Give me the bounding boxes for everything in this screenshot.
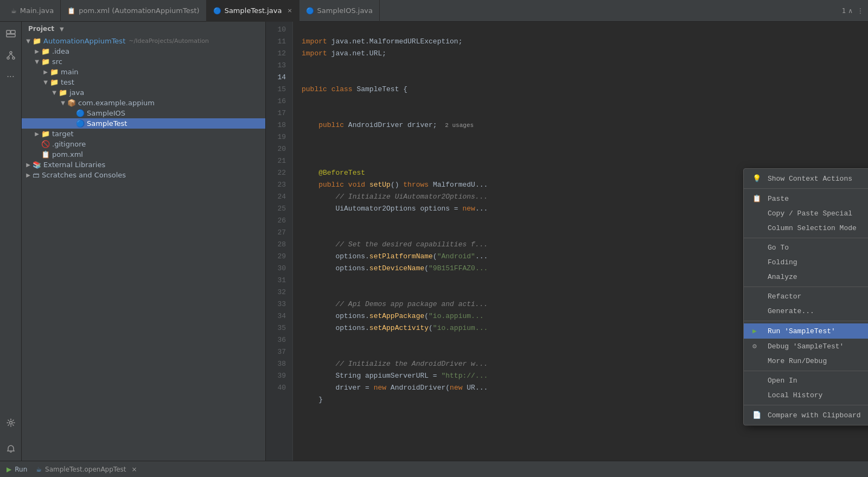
menu-label: Column Selection Mode [768,224,868,232]
tree-arrow: ▼ [41,79,50,85]
project-sidebar: Project ▼ ▼ 📁 AutomationAppiumTest ~/Ide… [22,22,266,461]
tree-item-scratches[interactable]: ▶ 🗃 Scratches and Consoles [22,170,265,180]
menu-label: Run 'SampleTest' [768,327,868,335]
menu-item-show-context[interactable]: 💡 Show Context Actions ⌥⏎ [744,171,868,186]
menu-separator [744,321,868,321]
tab-label: SampleIOS.java [317,7,373,15]
test-icon: ☕ [36,466,42,473]
tab-sample-ios[interactable]: 🔵 SampleIOS.java [299,0,380,22]
menu-label: Refactor [768,292,868,301]
menu-item-generate[interactable]: Generate... ⌘N [744,304,868,319]
menu-item-open-in[interactable]: Open In ▶ [744,373,868,388]
run-tab-label: Run [15,466,27,473]
tree-item-sample-test[interactable]: 🔵 SampleTest [22,118,265,129]
project-icon[interactable] [3,26,18,41]
menu-item-compare-clipboard[interactable]: 📄 Compare with Clipboard [744,408,868,423]
menu-label: Analyze [768,273,868,281]
menu-item-column-selection[interactable]: Column Selection Mode ⇧⌘8 [744,221,868,236]
tab-label: pom.xml (AutomationAppiumTest) [79,7,199,15]
tree-item-package[interactable]: ▼ 📦 com.example.appium [22,98,265,108]
tab-main-java[interactable]: ☕ Main.java [4,0,61,22]
menu-separator [744,287,868,287]
run-tab[interactable]: ▶ Run [7,466,27,473]
menu-item-refactor[interactable]: Refactor ▶ [744,289,868,304]
menu-separator [744,238,868,238]
menu-label: More Run/Debug [768,357,868,365]
package-icon: 📦 [67,99,76,107]
tab-counter: 1 ∧ [842,7,853,15]
menu-separator [744,405,868,405]
svg-rect-2 [11,30,15,34]
menu-item-debug[interactable]: ⚙ Debug 'SampleTest' ^⇧D [744,339,868,354]
menu-label: Compare with Clipboard [768,411,868,419]
structure-icon[interactable] [3,48,18,63]
tree-label: pom.xml [52,150,83,158]
folder-icon: 📁 [33,37,41,45]
menu-label: Debug 'SampleTest' [768,342,868,351]
tree-arrow: ▶ [24,162,33,168]
svg-rect-0 [7,30,10,34]
tree-item-test[interactable]: ▼ 📁 test [22,77,265,87]
menu-item-copy-paste-special[interactable]: Copy / Paste Special ▶ [744,206,868,221]
pom-icon: 📋 [41,150,50,158]
tree-item-java[interactable]: ▼ 📁 java [22,87,265,98]
notifications-icon[interactable] [3,441,18,456]
svg-rect-1 [7,34,15,37]
tree-label: Scratches and Consoles [42,171,126,179]
menu-label: Local History [768,391,868,399]
tree-label: java [69,88,84,97]
tree-item-idea[interactable]: ▶ 📁 .idea [22,46,265,56]
menu-item-paste[interactable]: 📋 Paste ⌘V [744,191,868,206]
tree-item-pom[interactable]: 📋 pom.xml [22,149,265,160]
menu-item-local-history[interactable]: Local History ▶ [744,388,868,403]
tree-item-sample-ios[interactable]: 🔵 SampleIOS [22,108,265,118]
tree-item-root[interactable]: ▼ 📁 AutomationAppiumTest ~/IdeaProjects/… [22,36,265,46]
lib-icon: 📚 [33,161,41,169]
tab-sample-test[interactable]: 🔵 SampleTest.java × [207,0,299,22]
tab-overflow-icon[interactable]: ⋮ [857,7,864,15]
tree-label: main [61,68,78,76]
tree-arrow: ▼ [59,100,67,106]
main-layout: ··· Project ▼ ▼ 📁 AutomationAppiumTest ~… [0,22,868,461]
tree-item-target[interactable]: ▶ 📁 target [22,129,265,139]
menu-item-more-run[interactable]: More Run/Debug ▶ [744,354,868,368]
menu-item-goto[interactable]: Go To ▶ [744,240,868,255]
tab-pom-xml[interactable]: 📋 pom.xml (AutomationAppiumTest) [61,0,206,22]
test-close-icon[interactable]: × [131,466,137,473]
tree-item-ext-libs[interactable]: ▶ 📚 External Libraries [22,160,265,170]
context-menu: 💡 Show Context Actions ⌥⏎ 📋 Paste ⌘V Cop… [743,168,868,425]
tree-label: target [52,130,74,138]
menu-separator [744,188,868,189]
tree-arrow: ▶ [33,48,41,54]
tree-label: .idea [52,47,69,55]
project-dropdown-icon[interactable]: ▼ [60,26,64,32]
tree-item-gitignore[interactable]: 🚫 .gitignore [22,139,265,149]
tree-item-src[interactable]: ▼ 📁 src [22,56,265,67]
scratches-icon: 🗃 [33,171,40,179]
lightbulb-icon: 💡 [752,174,763,183]
run-tab-test: ☕ SampleTest.openAppTest × [36,466,137,473]
tree-label-path: ~/IdeaProjects/Automation [129,37,209,44]
svg-line-6 [8,54,11,57]
folder-icon: 📁 [59,88,67,97]
tree-arrow: ▼ [50,90,59,96]
menu-label: Copy / Paste Special [768,209,868,218]
editor-area[interactable]: 10 11 12 13 14 15 16 17 18 19 20 21 22 2… [266,22,868,461]
menu-label: Paste [768,195,868,203]
tree-item-main[interactable]: ▶ 📁 main [22,67,265,77]
sample-ios-icon: 🔵 [306,7,314,15]
tree-arrow: ▶ [41,69,50,75]
settings-icon[interactable] [3,415,18,430]
menu-label: Open In [768,377,868,385]
project-label: Project [28,25,54,33]
menu-item-analyze[interactable]: Analyze ▶ [744,270,868,284]
svg-line-7 [11,54,14,57]
compare-icon: 📄 [752,411,763,419]
more-icon[interactable]: ··· [3,69,18,85]
tree-label: SampleIOS [87,109,125,117]
tab-close-button[interactable]: × [287,7,292,14]
java-class-icon: 🔵 [76,109,85,117]
menu-item-run[interactable]: ▶ Run 'SampleTest' ^⇧R [744,323,868,339]
menu-item-folding[interactable]: Folding ▶ [744,255,868,270]
line-numbers: 10 11 12 13 14 15 16 17 18 19 20 21 22 2… [266,22,293,461]
